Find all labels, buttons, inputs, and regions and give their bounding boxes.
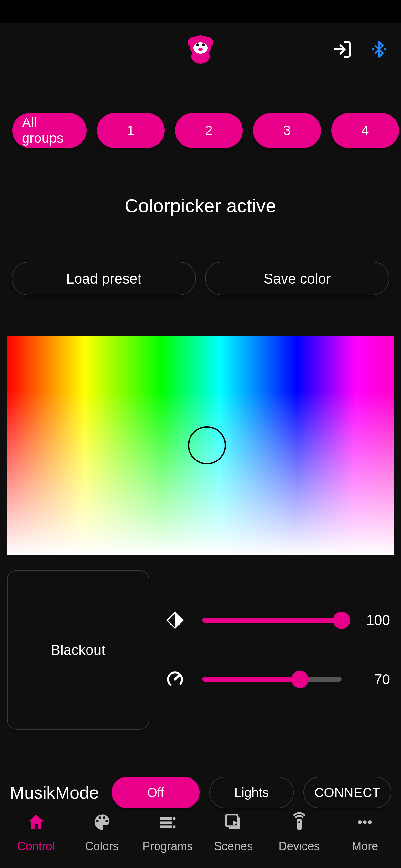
home-icon <box>26 812 46 835</box>
color-picker-thumb[interactable] <box>188 426 226 464</box>
svg-point-19 <box>298 821 300 823</box>
tab-control[interactable]: Control <box>3 812 69 853</box>
svg-point-8 <box>372 48 374 51</box>
group-4-label: 4 <box>361 123 369 138</box>
speed-row: 70 <box>165 670 390 689</box>
svg-point-6 <box>202 43 205 46</box>
group-4[interactable]: 4 <box>331 113 399 148</box>
svg-point-9 <box>384 48 386 51</box>
tab-devices-label: Devices <box>279 840 320 853</box>
preset-row: Load preset Save color <box>0 261 401 296</box>
tab-more[interactable]: More <box>332 812 398 853</box>
brightness-row: 100 <box>165 611 390 630</box>
sliders: 100 70 <box>165 570 394 730</box>
svg-point-22 <box>368 820 372 824</box>
more-icon <box>355 812 375 835</box>
group-1[interactable]: 1 <box>97 113 165 148</box>
app-header <box>0 23 401 76</box>
svg-point-14 <box>173 817 176 819</box>
brightness-icon <box>165 611 185 630</box>
speed-slider[interactable] <box>203 677 342 682</box>
save-color-button[interactable]: Save color <box>205 261 390 296</box>
group-2[interactable]: 2 <box>175 113 243 148</box>
color-picker[interactable] <box>7 336 394 555</box>
tab-programs[interactable]: Programs <box>135 812 201 853</box>
svg-point-7 <box>198 48 203 51</box>
svg-point-21 <box>363 820 367 824</box>
svg-rect-12 <box>160 821 172 824</box>
page-title: Colorpicker active <box>0 195 401 216</box>
music-connect-label: CONNECT <box>314 785 381 800</box>
music-lights-label: Lights <box>235 785 269 800</box>
status-bar <box>0 0 401 23</box>
group-3-label: 3 <box>283 123 290 138</box>
group-1-label: 1 <box>127 123 134 138</box>
brightness-slider[interactable] <box>203 618 342 623</box>
blackout-button[interactable]: Blackout <box>7 570 149 730</box>
tab-scenes[interactable]: Scenes <box>201 812 266 853</box>
group-all[interactable]: All groups <box>12 113 87 148</box>
scenes-icon <box>223 812 243 835</box>
group-3[interactable]: 3 <box>253 113 321 148</box>
tab-control-label: Control <box>18 840 55 853</box>
speed-value: 70 <box>359 671 390 687</box>
speed-fill <box>203 677 300 682</box>
tab-scenes-label: Scenes <box>214 840 253 853</box>
palette-icon <box>92 812 112 835</box>
speed-thumb[interactable] <box>291 671 309 688</box>
music-off-label: Off <box>147 785 164 800</box>
tab-colors[interactable]: Colors <box>69 812 135 853</box>
svg-point-15 <box>173 826 176 828</box>
list-icon <box>158 812 178 835</box>
svg-point-20 <box>358 820 362 824</box>
brightness-value: 100 <box>359 612 390 628</box>
music-mode-label: MusikMode <box>10 782 99 802</box>
brightness-thumb[interactable] <box>333 612 350 629</box>
group-2-label: 2 <box>205 123 212 138</box>
group-selector: All groups 1 2 3 4 <box>0 76 401 148</box>
tab-devices[interactable]: Devices <box>266 812 332 853</box>
brightness-fill <box>203 618 342 623</box>
svg-rect-13 <box>160 826 172 828</box>
login-icon[interactable] <box>332 39 352 59</box>
speed-icon <box>165 670 185 689</box>
group-all-label: All groups <box>22 115 77 146</box>
tab-programs-label: Programs <box>143 840 193 853</box>
remote-icon <box>289 812 309 835</box>
svg-rect-18 <box>297 818 302 830</box>
load-preset-label: Load preset <box>66 271 141 287</box>
bluetooth-icon[interactable] <box>370 40 388 58</box>
save-color-label: Save color <box>264 271 331 287</box>
tab-more-label: More <box>351 840 378 853</box>
svg-rect-17 <box>226 814 238 826</box>
tab-colors-label: Colors <box>85 840 119 853</box>
load-preset-button[interactable]: Load preset <box>11 261 196 296</box>
mid-section: Blackout 100 <box>0 555 401 730</box>
svg-point-5 <box>196 43 199 46</box>
blackout-label: Blackout <box>51 642 105 658</box>
svg-rect-11 <box>160 817 172 819</box>
bottom-tab-bar: Control Colors Programs Scenes Devices M… <box>0 800 401 868</box>
monkey-logo <box>183 32 218 67</box>
